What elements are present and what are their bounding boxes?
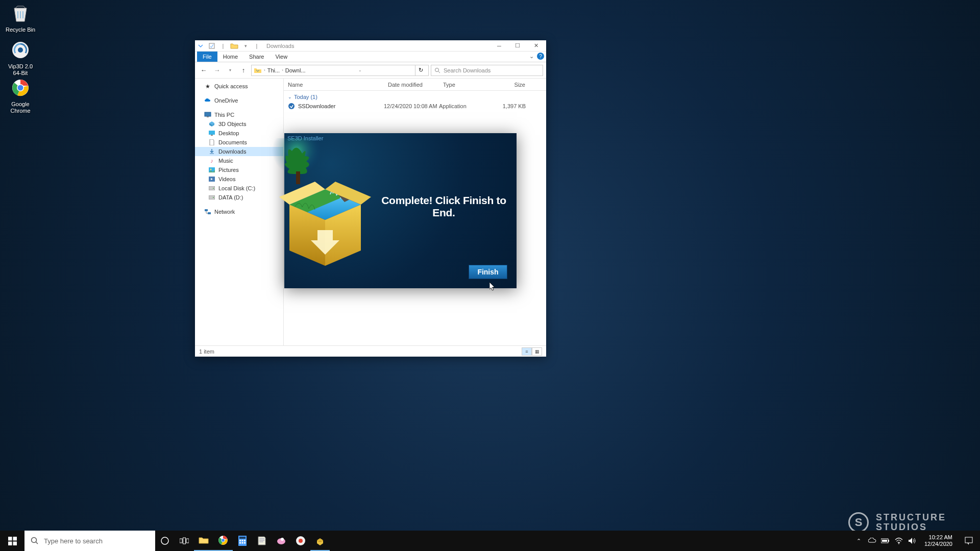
start-button[interactable]: [0, 531, 24, 551]
tab-home[interactable]: Home: [217, 52, 243, 62]
sidebar-item-pictures[interactable]: Pictures: [195, 165, 283, 174]
systray-wifi-icon[interactable]: [894, 536, 904, 546]
cube-icon: [208, 120, 215, 128]
recycle-bin-label: Recycle Bin: [6, 27, 35, 33]
properties-icon[interactable]: [207, 41, 216, 51]
sidebar-item-onedrive[interactable]: OneDrive: [195, 96, 283, 105]
breadcrumb-downloads[interactable]: Downl...: [285, 67, 306, 73]
sidebar-item-datad[interactable]: DATA (D:): [195, 193, 283, 202]
sidebar-item-documents[interactable]: Documents: [195, 138, 283, 147]
picture-icon: [208, 166, 215, 173]
tab-file[interactable]: File: [197, 52, 217, 62]
details-view-button[interactable]: ≡: [522, 347, 532, 356]
cursor-icon: [489, 282, 496, 291]
network-icon: [204, 208, 211, 215]
ribbon-expand-icon[interactable]: ⌄: [529, 53, 534, 60]
chrome-icon[interactable]: Google Chrome: [1, 77, 40, 114]
file-name: SSDownloader: [298, 103, 335, 109]
svg-rect-31: [186, 539, 189, 543]
svg-rect-47: [888, 540, 889, 542]
taskview-button[interactable]: [175, 531, 194, 551]
taskbar-calculator-button[interactable]: [233, 531, 252, 551]
help-icon[interactable]: ?: [537, 53, 544, 60]
sidebar-item-music[interactable]: ♪Music: [195, 156, 283, 165]
item-count: 1 item: [199, 348, 214, 355]
vip3d-icon[interactable]: Vip3D 2.0 64-Bit: [1, 39, 40, 77]
chevron-right-icon[interactable]: ›: [264, 68, 265, 72]
chrome-glyph: [9, 77, 32, 99]
sidebar-item-network[interactable]: Network: [195, 207, 283, 216]
sidebar-item-3dobjects[interactable]: 3D Objects: [195, 119, 283, 129]
tab-view[interactable]: View: [270, 52, 293, 62]
tab-share[interactable]: Share: [243, 52, 270, 62]
svg-rect-38: [244, 540, 246, 541]
column-size[interactable]: Size: [485, 82, 530, 88]
sidebar-item-downloads[interactable]: Downloads: [195, 147, 283, 156]
down-arrow-folder-icon: [254, 67, 262, 74]
sidebar-item-localc[interactable]: Local Disk (C:): [195, 184, 283, 193]
minimize-button[interactable]: ─: [490, 40, 508, 52]
close-button[interactable]: ✕: [527, 40, 545, 52]
forward-button[interactable]: →: [211, 65, 223, 76]
vip3d-label: Vip3D 2.0 64-Bit: [8, 63, 33, 77]
up-button[interactable]: ↑: [238, 65, 249, 76]
file-row[interactable]: SSDownloader 12/24/2020 10:08 AM Applica…: [284, 101, 546, 111]
system-tray: ⌃ 10:22 AM 12/24/2020: [854, 531, 980, 551]
svg-rect-10: [211, 135, 213, 136]
taskbar-app1-button[interactable]: [272, 531, 291, 551]
svg-point-28: [161, 537, 168, 544]
sidebar-item-thispc[interactable]: This PC: [195, 110, 283, 119]
chevron-down-icon: ⌄: [288, 94, 292, 99]
column-type[interactable]: Type: [439, 82, 485, 88]
taskbar-explorer-button[interactable]: [194, 531, 213, 551]
column-name[interactable]: Name: [284, 82, 384, 88]
maximize-button[interactable]: ☐: [508, 40, 527, 52]
taskbar-installer-button[interactable]: [310, 531, 330, 551]
recycle-bin-icon[interactable]: Recycle Bin: [1, 2, 40, 33]
chevron-down-icon[interactable]: ⌄: [358, 68, 362, 72]
svg-rect-37: [242, 540, 243, 541]
systray-onedrive-icon[interactable]: [867, 536, 877, 546]
systray-volume-icon[interactable]: [907, 536, 917, 546]
sidebar-item-desktop[interactable]: Desktop: [195, 129, 283, 138]
taskbar-app2-button[interactable]: [291, 531, 310, 551]
systray-battery-icon[interactable]: [880, 536, 891, 546]
folder-icon[interactable]: [230, 41, 239, 51]
recycle-bin-glyph: [9, 2, 32, 24]
finish-button[interactable]: Finish: [469, 265, 507, 279]
down-arrow-icon[interactable]: [196, 41, 205, 51]
window-title: Downloads: [266, 43, 294, 49]
star-icon: ★: [204, 83, 211, 90]
taskbar-chrome-button[interactable]: [213, 531, 233, 551]
music-icon: ♪: [208, 157, 215, 164]
svg-point-6: [435, 68, 439, 71]
cortana-button[interactable]: [155, 531, 175, 551]
group-today[interactable]: ⌄ Today (1): [284, 91, 546, 101]
svg-rect-50: [965, 537, 972, 543]
qat-separator: |: [218, 41, 228, 51]
monitor-icon: [204, 111, 211, 118]
systray-chevron-icon[interactable]: ⌃: [854, 536, 864, 546]
ribbon-tabs: File Home Share View ⌄ ?: [195, 52, 546, 62]
taskbar-clock[interactable]: 10:22 AM 12/24/2020: [920, 534, 957, 547]
back-button[interactable]: ←: [198, 65, 209, 76]
watermark-s-icon: S: [848, 512, 869, 533]
sidebar-item-quickaccess[interactable]: ★Quick access: [195, 82, 283, 91]
sidebar-item-videos[interactable]: Videos: [195, 174, 283, 184]
column-date[interactable]: Date modified: [384, 82, 439, 88]
taskbar-notepad-button[interactable]: [252, 531, 272, 551]
recent-dropdown-icon[interactable]: ▾: [225, 65, 236, 76]
icons-view-button[interactable]: ▦: [532, 347, 542, 356]
taskbar-search[interactable]: Type here to search: [24, 531, 155, 551]
refresh-button[interactable]: ↻: [415, 65, 426, 76]
breadcrumb-thispc[interactable]: Thi...: [267, 67, 280, 73]
qat-chevron-icon[interactable]: ▾: [241, 41, 250, 51]
installer-message: Complete! Click Finish to End.: [381, 194, 506, 219]
notifications-button[interactable]: [960, 531, 978, 551]
address-bar[interactable]: › Thi... › Downl... ⌄ ↻: [251, 65, 429, 76]
svg-rect-40: [242, 542, 243, 544]
svg-rect-35: [239, 537, 246, 539]
search-box[interactable]: Search Downloads: [431, 65, 543, 76]
chevron-right-icon[interactable]: ›: [282, 68, 283, 72]
svg-point-33: [222, 539, 225, 542]
